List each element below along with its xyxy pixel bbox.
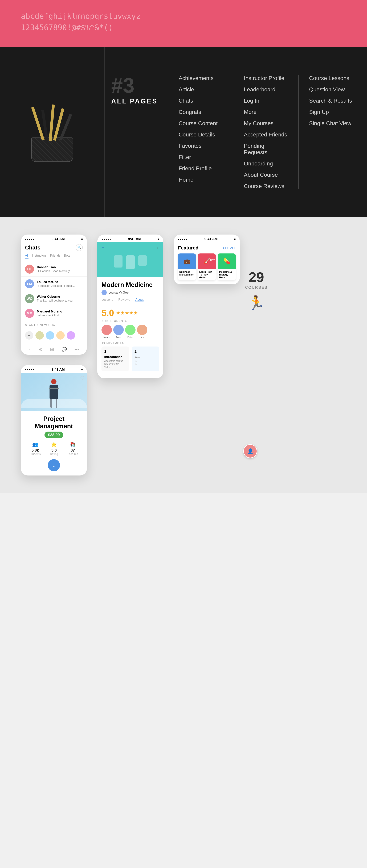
lectures-label: Lectures [67,453,78,456]
chat-item-hannah[interactable]: HT Hannah Tran Hi Hannah, Good Morning! [21,262,87,277]
chat-item-walter[interactable]: WO Walter Osborne Thanks, I will get bac… [21,291,87,306]
chat-nav-icon[interactable]: 💬 [62,347,67,352]
course-tabs[interactable]: Lessons Reviews About [102,298,159,304]
stat-students: 👥 5.8k Students [30,442,41,456]
runner-icon: 🏃 [245,295,267,311]
search-nav-icon[interactable]: ⊙ [39,347,43,352]
nav-search-results[interactable]: Search & Results [309,98,353,104]
more-options-button[interactable]: ⋮ [156,245,160,250]
nav-leaderboard[interactable]: Leaderboard [244,86,288,93]
tab-lessons[interactable]: Lessons [102,298,113,302]
more-nav-icon[interactable]: ••• [75,347,79,352]
section-heading: #3 ALL PAGES [104,61,165,203]
chat-preview-walter: Thanks, I will get back to you. [37,299,83,302]
see-all-button[interactable]: SEE ALL [223,246,236,250]
signal-dots-cd: ●●●●● [102,238,111,241]
courses-count: 29 [245,269,267,285]
lecture-2[interactable]: 2 W... B... Ar... [132,346,159,371]
student-lind [137,324,147,335]
tab-all[interactable]: All [25,253,28,259]
lecture-1[interactable]: 1 Introduction About this course and ove… [102,346,129,371]
back-button[interactable]: ← [101,245,105,250]
search-button[interactable]: 🔍 [76,244,83,251]
nav-pending-requests[interactable]: Pending Requests [244,143,288,156]
featured-card-3[interactable]: 💊 Medicine & Biology Basic [218,253,236,280]
pm-hero: ♡ [21,373,87,411]
nav-question-view[interactable]: Question View [309,86,353,93]
pencil-image-area [0,61,104,203]
course-detail-phone: ●●●●● 9:41 AM ■ ← ⋮ Modern Medicine [97,235,163,378]
chat-item-louisa[interactable]: LM Louisa McGee Is question 2 related to… [21,277,87,291]
featured-phone: ●●●●● 9:41 AM ■ Featured SEE ALL 💼 Busin… [174,235,240,284]
student-peter [125,324,136,335]
chats-tabs[interactable]: All Instructors Friends Bots [21,253,87,262]
suggest-avatar-2[interactable] [46,331,54,340]
nav-chats[interactable]: Chats [179,98,223,104]
nav-course-content[interactable]: Course Content [179,120,223,127]
nav-course-lessons[interactable]: Course Lessons [309,75,353,82]
instructor-row: Louisa McGee [102,290,159,295]
nav-instructor-profile[interactable]: Instructor Profile [244,75,288,82]
battery-pm: ■ [81,368,83,371]
nav-favorites[interactable]: Favorites [179,143,223,149]
nav-course-reviews[interactable]: Course Reviews [244,183,288,189]
featured-card-1[interactable]: 💼 Business Management [178,253,196,280]
avatar-hannah: HT [25,265,34,274]
chat-preview-margaret: Let me check that.. [37,314,83,317]
lecture-type-2: Ar... [135,363,157,366]
student-name-peter: Peter [125,336,136,339]
avatar-margaret: MM [25,309,34,318]
favorite-icon[interactable]: ♡ [80,375,84,381]
nav-achievements[interactable]: Achievements [179,75,223,82]
nav-log-in[interactable]: Log In [244,98,288,104]
nav-accepted-friends[interactable]: Accepted Friends [244,131,288,138]
instructor-avatar [102,290,107,295]
lecture-desc-2: B... [135,360,157,362]
vertical-divider [104,47,105,217]
project-management-phone: ●●●●● 9:41 AM ■ ♡ Project Management [21,365,87,475]
phones-section: ●●●●● 9:41 AM ■ Chats 🔍 All Instructors … [0,217,367,493]
suggest-avatar-3[interactable] [56,331,65,340]
tab-bots[interactable]: Bots [64,253,70,259]
nav-col-2: Instructor Profile Leaderboard Log In Mo… [244,75,288,189]
nav-course-details[interactable]: Course Details [179,131,223,138]
font-characters: abcdefghijklmnopqrstuvwxyz 1234567890!@#… [21,10,346,33]
nav-home[interactable]: Home [179,177,223,183]
stats-nav-icon[interactable]: ▦ [50,347,54,352]
home-nav-icon[interactable]: ⌂ [29,347,31,352]
col-3: 29 COURSES 🏃 ●●●●● 9:41 AM ■ Featured SE… [174,235,240,475]
nav-sign-up[interactable]: Sign Up [309,109,353,115]
nav-friend-profile[interactable]: Friend Profile [179,165,223,172]
nav-single-chat-view[interactable]: Single Chat View [309,120,353,127]
nav-article[interactable]: Article [179,86,223,93]
section-number: #3 [111,75,158,96]
nav-congrats[interactable]: Congrats [179,109,223,115]
nav-about-course[interactable]: About Course [244,172,288,178]
student-name-lind: Lind [137,336,147,339]
nav-more[interactable]: More [244,109,288,115]
featured-card-2[interactable]: 🎸 HOT Learn How To Play Guitar [198,253,216,280]
course-body: Modern Medicine Louisa McGee Lessons Rev… [97,277,163,378]
tab-reviews[interactable]: Reviews [118,298,130,302]
nav-onboarding[interactable]: Onboarding [244,160,288,167]
lecture-name-1: Introduction [104,355,126,359]
nav-filter[interactable]: Filter [179,154,223,160]
lecture-type-1: Video [104,366,126,369]
avatar-walter: WO [25,294,34,303]
lectures-count-label: 36 LECTURES [102,341,159,344]
suggest-avatar-4[interactable] [67,331,75,340]
stars: ★★★★★ [116,310,138,316]
pm-stats: 👥 5.8k Students ⭐ 5.0 Rating 📚 37 Lectur… [25,442,83,456]
add-chat-button[interactable]: + [25,331,33,340]
nav-my-courses[interactable]: My Courses [244,120,288,127]
chat-item-margaret[interactable]: MM Margaret Moreno Let me check that.. [21,306,87,321]
tab-about[interactable]: About [135,298,144,302]
tab-instructors[interactable]: Instructors [32,253,47,259]
suggest-avatar-1[interactable] [35,331,44,340]
download-button[interactable]: ↓ [48,459,60,471]
rating-row: 5.0 ★★★★★ [102,308,159,318]
status-time-chats: 9:41 AM [51,237,65,241]
tab-friends[interactable]: Friends [50,253,60,259]
start-new-chat-label: START A NEW CHAT [21,321,87,330]
students-icon: 👥 [30,442,41,447]
